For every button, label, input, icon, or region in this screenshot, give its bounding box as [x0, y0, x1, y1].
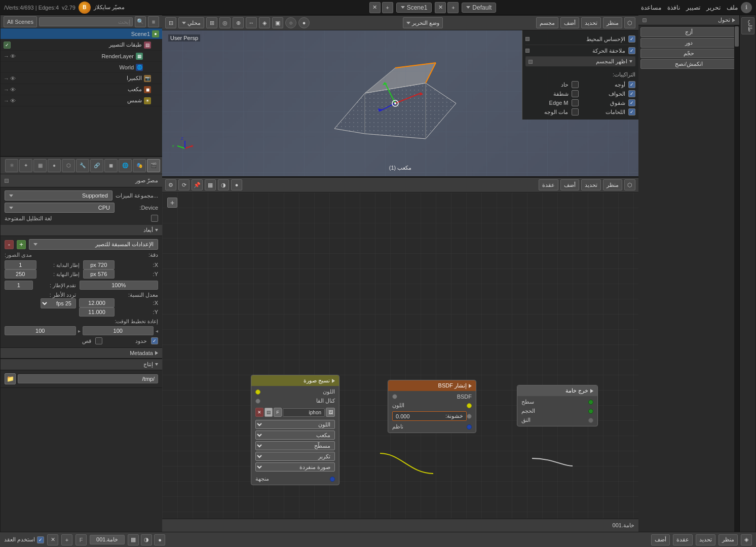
ay-input[interactable]	[79, 307, 115, 317]
mirror-btn[interactable]: انكمش/نصح	[640, 59, 737, 69]
outliner-camera[interactable]: 📷 الكميرا 👁 →	[1, 73, 162, 84]
bsdf-out-socket[interactable]	[392, 394, 397, 399]
outliner-cube[interactable]: ◼ مكعب 👁 →	[1, 84, 162, 95]
viewport-mode-icon[interactable]: ⬡	[624, 17, 635, 28]
roughness-socket[interactable]	[467, 414, 472, 419]
faces-checkbox[interactable]: ✓	[628, 81, 635, 88]
data-tab[interactable]: ⬡	[62, 159, 75, 172]
outliner-renderlayers[interactable]: ▤ طبقات التصيير ✓	[1, 40, 162, 51]
seams-checkbox[interactable]: ✓	[628, 108, 635, 115]
proportional-btn[interactable]: ◎	[219, 17, 231, 28]
footer-icon-3[interactable]: ▦	[128, 534, 139, 545]
menu-edit[interactable]: تحرير	[706, 4, 721, 11]
volume-socket[interactable]	[588, 409, 593, 414]
surface-socket[interactable]	[588, 400, 593, 405]
sidebar-tab-1[interactable]: طالب	[741, 17, 754, 34]
node-btn[interactable]: عقدة	[539, 179, 558, 190]
image-clear-btn[interactable]: ▤	[264, 408, 273, 417]
all-scenes-selector[interactable]: All Scenes	[4, 16, 37, 27]
frame-end-input[interactable]	[5, 269, 36, 279]
viewport-settings-btn[interactable]: ⊟	[165, 17, 176, 28]
material-tab[interactable]: ●	[48, 159, 61, 172]
outliner-icon[interactable]: ≡	[148, 16, 159, 27]
sharp-checkbox[interactable]	[572, 81, 579, 88]
edge-m-checkbox[interactable]	[572, 99, 579, 106]
eye-icon-4[interactable]: 👁	[10, 98, 16, 104]
preset-remove-btn[interactable]: -	[5, 240, 14, 249]
texture-mode-btn[interactable]: ▣	[272, 17, 283, 28]
close-workspace-btn[interactable]: ✕	[435, 2, 446, 13]
projection-select[interactable]: مكعب	[255, 431, 335, 440]
viewport-object-btn[interactable]: مجسم	[536, 17, 558, 28]
extension-type-select[interactable]: مسطّح	[255, 441, 335, 450]
fps-select[interactable]: 25 fps	[41, 298, 76, 308]
footer-select-btn[interactable]: تحديد	[696, 534, 715, 545]
engine-dropdown[interactable]: Supported	[5, 190, 112, 201]
alpha-out-socket[interactable]	[255, 399, 260, 404]
vector-in-socket[interactable]	[330, 477, 335, 482]
arrow-icon-4[interactable]: →	[4, 98, 9, 104]
snap-btn[interactable]: ⊕	[233, 17, 244, 28]
metadata-header[interactable]: Metadata	[1, 348, 162, 359]
ao-checkbox[interactable]: ✓	[628, 35, 635, 43]
object-tab[interactable]: ◼	[104, 159, 118, 172]
menu-help[interactable]: مساعدة	[641, 4, 661, 11]
crop-checkbox[interactable]	[95, 337, 102, 344]
bevel-checkbox[interactable]	[572, 90, 579, 97]
view-btn[interactable]: منظر	[603, 179, 622, 190]
y-res-input[interactable]	[83, 269, 115, 279]
footer-view-btn[interactable]: منظر	[719, 534, 738, 545]
workspace-selector[interactable]: Default	[462, 3, 496, 13]
device-dropdown[interactable]: CPU	[5, 203, 115, 213]
preset-add-btn[interactable]: +	[17, 240, 26, 249]
tl-end-input[interactable]	[5, 326, 76, 335]
output-path-input[interactable]	[18, 374, 158, 383]
panel-scrollbar[interactable]	[734, 25, 739, 532]
mirror-icon[interactable]: ⊞	[206, 17, 217, 28]
render-icon-2[interactable]: ◑	[218, 179, 229, 190]
color-mode-select[interactable]: اللون	[255, 420, 335, 429]
footer-del-scene-btn[interactable]: ✕	[47, 534, 58, 545]
manip-btn[interactable]: ↔	[246, 17, 257, 28]
viewport-mesh-btn[interactable]: أضف	[560, 17, 579, 28]
edit-mode-btn[interactable]: وضع التحرير	[403, 17, 443, 28]
constraints-tab[interactable]: 🔗	[90, 159, 103, 172]
add-workspace-btn[interactable]: +	[447, 2, 459, 13]
ax-input[interactable]	[79, 298, 115, 307]
x-res-input[interactable]	[83, 260, 115, 269]
settings-icon-2[interactable]: ⚙	[165, 179, 176, 190]
pct-display[interactable]: 100%	[80, 281, 159, 290]
image-icon[interactable]: 🖼	[326, 408, 335, 417]
outliner-search-input[interactable]	[39, 17, 133, 26]
displacement-socket[interactable]	[588, 418, 593, 423]
viewport-view-btn[interactable]: منظر	[603, 17, 622, 28]
eye-icon-1[interactable]: 👁	[10, 53, 16, 59]
creases-checkbox[interactable]: ✓	[628, 99, 635, 106]
menu-render[interactable]: تصيير	[686, 4, 700, 11]
output-folder-btn[interactable]: 📁	[5, 373, 16, 384]
footer-node-btn[interactable]: عقدة	[673, 534, 693, 545]
tl-start-input[interactable]	[83, 326, 154, 335]
close-scene-btn[interactable]: ✕	[369, 2, 381, 13]
render-header-dots[interactable]	[5, 179, 9, 183]
texture-tab[interactable]: ▦	[33, 159, 47, 172]
renderlayers-checkbox[interactable]: ✓	[4, 42, 11, 49]
edges-checkbox[interactable]: ✓	[628, 90, 635, 97]
arrow-icon-2[interactable]: →	[4, 75, 9, 82]
interpolation-select[interactable]: تكرير	[255, 452, 335, 461]
viewport-select-btn[interactable]: تحديد	[581, 17, 601, 28]
arrow-icon-1[interactable]: →	[4, 53, 9, 59]
scale-btn[interactable]: حجّم	[640, 49, 737, 58]
dimensions-header[interactable]: أبعاد	[1, 225, 162, 236]
select-btn[interactable]: تحديد	[581, 179, 601, 190]
outliner-search-icon[interactable]: 🔍	[135, 16, 146, 27]
render-tab[interactable]: 🎬	[147, 159, 160, 172]
eye-icon-2[interactable]: 👁	[10, 75, 16, 82]
frame-start-input[interactable]	[5, 260, 36, 269]
node-add-btn[interactable]: +	[167, 198, 177, 208]
footer-icon[interactable]: ◈	[741, 534, 752, 545]
arrow-icon-3[interactable]: →	[4, 87, 9, 93]
motion-blur-settings[interactable]	[525, 49, 530, 53]
image-folder-btn[interactable]: F	[274, 408, 282, 417]
physics-tab[interactable]: ⚛	[5, 159, 18, 172]
